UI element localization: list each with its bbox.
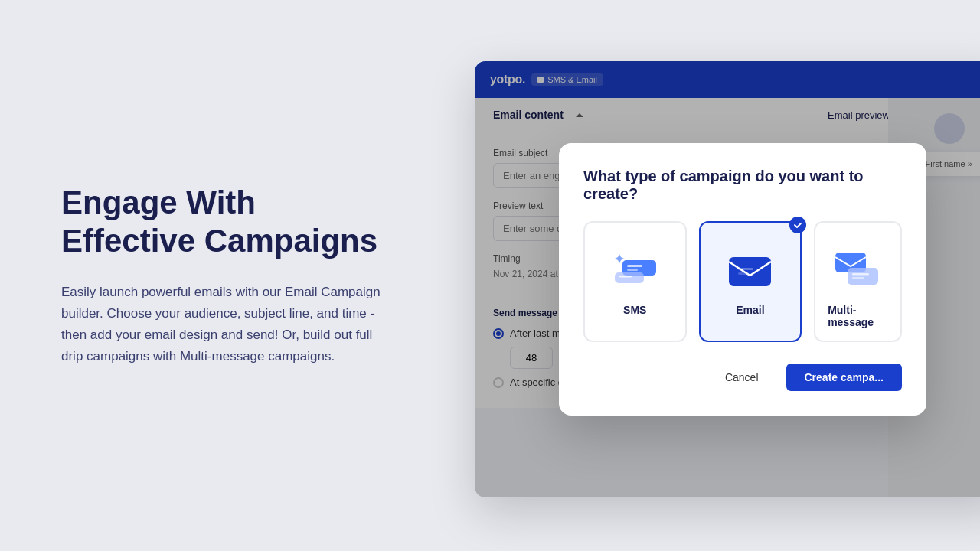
sms-icon (604, 243, 665, 293)
multi-message-icon (829, 243, 887, 293)
svg-rect-1 (627, 265, 642, 267)
campaign-type-modal: What type of campaign do you want to cre… (559, 143, 926, 416)
email-campaign-card[interactable]: Email (699, 221, 802, 342)
modal-footer: Cancel Create campa... (583, 364, 902, 391)
multi-message-campaign-card[interactable]: Multi-message (814, 221, 902, 342)
multi-message-card-icon (828, 241, 889, 295)
svg-rect-10 (852, 273, 869, 276)
svg-rect-11 (852, 277, 864, 279)
email-label: Email (736, 304, 764, 316)
modal-title: What type of campaign do you want to cre… (583, 168, 902, 203)
modal-overlay: What type of campaign do you want to cre… (475, 61, 980, 497)
email-icon (721, 243, 779, 293)
left-panel: Engage With Effective Campaigns Easily l… (0, 138, 429, 414)
cancel-button[interactable]: Cancel (707, 364, 777, 391)
app-window: yotpo. SMS & Email Email content Email p… (475, 61, 980, 497)
selected-check-badge (789, 217, 806, 233)
svg-rect-9 (848, 268, 878, 285)
svg-rect-7 (738, 272, 749, 275)
campaign-options: SMS (583, 221, 902, 342)
svg-rect-4 (619, 276, 632, 278)
svg-rect-3 (615, 272, 644, 283)
sms-card-icon (604, 241, 665, 295)
svg-rect-6 (738, 268, 753, 270)
email-card-icon (720, 241, 781, 295)
multi-message-label: Multi-message (828, 304, 888, 328)
sms-label: SMS (623, 304, 646, 316)
sms-campaign-card[interactable]: SMS (583, 221, 687, 342)
main-description: Easily launch powerful emails with our E… (61, 282, 383, 367)
create-campaign-button[interactable]: Create campa... (786, 364, 903, 391)
svg-rect-5 (729, 257, 771, 286)
svg-rect-2 (627, 269, 638, 271)
main-heading: Engage With Effective Campaigns (61, 184, 383, 261)
